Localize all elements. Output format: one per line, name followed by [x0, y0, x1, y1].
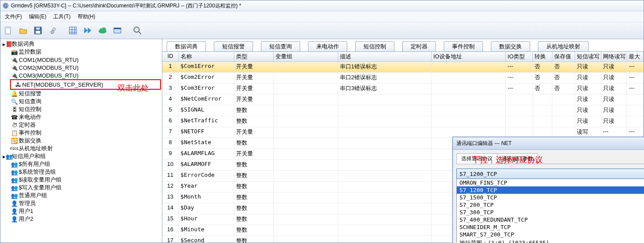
search-icon[interactable] [131, 24, 144, 37]
comm-port-editor-dialog: 通讯端口编辑器 --- NET ✕ 选择通讯协议 通讯端口参数 S7_1200_… [452, 137, 644, 243]
settings-icon[interactable] [47, 24, 59, 37]
list-item[interactable]: SMART_S7_200_TCP [457, 231, 644, 238]
table-row[interactable]: 1$Com1Error开关量串口1错误标志---否否只读只读--- [162, 62, 644, 73]
svg-rect-5 [36, 31, 40, 34]
menu-edit[interactable]: 编辑(E) [26, 13, 49, 21]
group-icon: 👥 [11, 192, 18, 199]
list-item[interactable]: SCHNEIDER_M_TCP [457, 223, 644, 231]
tree-monitor[interactable]: 📸监控数据 [0, 48, 162, 56]
cell: 整数 [234, 171, 273, 181]
tab-sms-control[interactable]: 短信控制 [355, 41, 394, 51]
col-type[interactable]: 类型 [234, 52, 273, 61]
tree-data-exchange[interactable]: 🔁数据交换 [0, 137, 162, 145]
tree-group-write[interactable]: 👥$写入变量用户组 [0, 184, 162, 192]
grid-icon[interactable] [67, 24, 79, 37]
cell: 整数 [234, 192, 273, 203]
cell: 整数 [234, 225, 273, 236]
list-item[interactable]: OMRON_FINS_TCP [457, 179, 644, 186]
tree-user-admin[interactable]: 👤管理员 [0, 199, 162, 207]
annotation-dblclick: 双击此处 [117, 83, 149, 93]
tree-user1[interactable]: 👤用户1 [0, 207, 162, 215]
cell: $NetComError [179, 94, 235, 105]
cell: --- [627, 73, 644, 83]
cell: 10 [162, 160, 179, 170]
tree-user2[interactable]: 👤用户2 [0, 215, 162, 223]
toolbar [0, 22, 644, 39]
tree-com3[interactable]: 🔌COM3(MODBUS_RTU) [0, 71, 162, 79]
sidebar-tree[interactable]: ▸📕数据词典 📸监控数据 🔌COM1(MODBUS_RTU) 🔌COM2(MOD… [0, 39, 162, 243]
tab-sms-query[interactable]: 短信查询 [261, 41, 300, 51]
col-net[interactable]: 网络读写 [601, 52, 627, 61]
col-id[interactable]: ID [162, 52, 179, 61]
tree-event-ctrl[interactable]: 📋事件控制 [0, 129, 162, 137]
tree-sms-users[interactable]: ▸👥短信用户和组 [0, 152, 162, 160]
list-item[interactable]: S7_1500_TCP [457, 194, 644, 201]
tab-slave-map[interactable]: 从机地址映射 [538, 41, 589, 51]
cell [274, 73, 338, 83]
dialog-titlebar[interactable]: 通讯端口编辑器 --- NET ✕ [453, 137, 644, 150]
col-max[interactable]: 最大 [627, 52, 644, 61]
tree-group-admin[interactable]: 👥$系统管理员组 [0, 168, 162, 176]
protocol-combobox[interactable]: S7_1200_TCP ▼ [456, 169, 644, 179]
col-iotype[interactable]: IO类型 [506, 52, 533, 61]
list-item[interactable]: S7_400_REDUNDANT_TCP [457, 216, 644, 223]
tree-call-action[interactable]: ☎来电动作 [0, 113, 162, 121]
tree-sms-query[interactable]: 🔍短信查询 [0, 98, 162, 105]
table-row[interactable]: 6$NetTraffic整数只读只读 [162, 116, 644, 127]
cell: 5 [162, 105, 179, 116]
new-file-icon[interactable] [2, 24, 14, 37]
save-icon[interactable] [32, 24, 44, 37]
list-item-selected[interactable]: S7_1200_TCP [457, 186, 644, 194]
col-save[interactable]: 保存值 [552, 52, 575, 61]
cell: $Year [179, 182, 235, 192]
table-row[interactable]: 4$NetComError开关量只读只读 [162, 94, 644, 105]
tree-group-all[interactable]: 👥$所有用户组 [0, 160, 162, 168]
play-icon[interactable] [82, 24, 94, 37]
list-item[interactable]: S7_300_TCP [457, 209, 644, 216]
table-row[interactable]: 5$SIGNAL整数只读只读 [162, 105, 644, 116]
window-icon[interactable] [111, 24, 123, 37]
menu-help[interactable]: 帮助(H) [75, 13, 98, 21]
cloud-icon[interactable] [96, 24, 109, 37]
tree-timer[interactable]: ⏱定时器 [0, 121, 162, 129]
tree-root[interactable]: ▸📕数据词典 [0, 40, 162, 48]
tree-com1[interactable]: 🔌COM1(MODBUS_RTU) [0, 56, 162, 64]
tree-com2[interactable]: 🔌COM2(MODBUS_RTU) [0, 64, 162, 71]
table-row[interactable]: 2$Com2Error开关量串口2错误标志---否否只读只读--- [162, 73, 644, 84]
tree-group-normal[interactable]: 👥普通用户组 [0, 192, 162, 199]
col-ioaddr[interactable]: IO设备地址 [432, 52, 506, 61]
tab-timer[interactable]: 定时器 [402, 41, 436, 51]
cell: 整数 [234, 182, 273, 192]
tab-data-dict[interactable]: 数据词典 [167, 41, 206, 51]
tab-data-exchange[interactable]: 数据交换 [491, 41, 530, 51]
col-conv[interactable]: 转换 [533, 52, 552, 61]
addr-range-text: 地址范围：(1:0)-(1023:65535), [457, 238, 644, 243]
tree-group-read[interactable]: 👥$读取变量用户组 [0, 176, 162, 184]
tab-sms-alarm[interactable]: 短信报警 [214, 41, 253, 51]
cell: $Month [179, 192, 235, 203]
col-group[interactable]: 变量组 [274, 52, 338, 61]
cell: 4 [162, 94, 179, 105]
cell: 开关量 [234, 73, 273, 83]
table-row[interactable]: 3$Com3Error开关量串口3错误标志---否否只读只读--- [162, 84, 644, 94]
cell: 15 [162, 214, 179, 225]
col-desc[interactable]: 描述 [338, 52, 432, 61]
net-icon: 🖧 [14, 81, 21, 88]
col-sms[interactable]: 短信读写 [575, 52, 601, 61]
cell: 否 [533, 84, 552, 94]
tab-event-ctrl[interactable]: 事件控制 [444, 41, 483, 51]
cell: $Day [179, 203, 235, 214]
col-name[interactable]: 名称 [179, 52, 235, 61]
menu-tools[interactable]: 工具(T) [51, 13, 73, 21]
cell: 只读 [601, 116, 627, 127]
menu-file[interactable]: 文件(F) [2, 13, 24, 21]
tree-slave-map[interactable]: 0101从机地址映射 [0, 145, 162, 152]
cell: $Com3Error [179, 84, 235, 94]
tree-sms-control[interactable]: 🎛短信控制 [0, 105, 162, 113]
protocol-listbox[interactable]: OMRON_FINS_TCP S7_1200_TCP S7_1500_TCP S… [456, 179, 644, 243]
cell: 串口2错误标志 [338, 73, 432, 83]
cell: 开关量 [234, 84, 273, 94]
list-item[interactable]: S7_200_TCP [457, 201, 644, 209]
tab-call-action[interactable]: 来电动作 [308, 41, 347, 51]
open-file-icon[interactable] [17, 24, 29, 37]
